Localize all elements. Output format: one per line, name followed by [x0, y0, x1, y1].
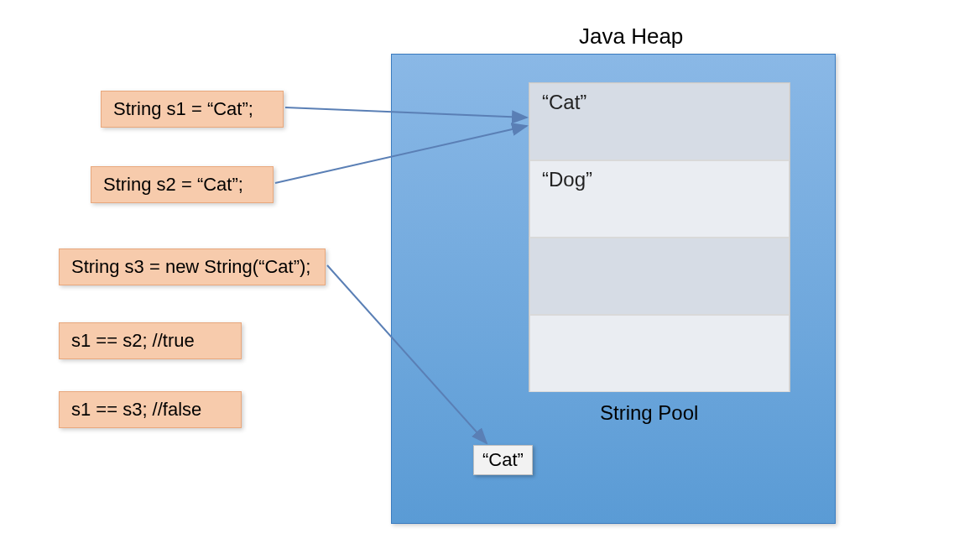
pool-row-2 [529, 238, 790, 315]
heap-title: Java Heap [579, 24, 683, 50]
pool-value: “Dog” [542, 168, 592, 191]
string-pool-container: “Cat” “Dog” [529, 82, 790, 392]
pool-row-3 [529, 315, 790, 392]
code-cmp1: s1 == s2; //true [59, 322, 242, 359]
code-cmp2: s1 == s3; //false [59, 391, 242, 428]
code-s2: String s2 = “Cat”; [91, 166, 274, 203]
code-s3: String s3 = new String(“Cat”); [59, 248, 326, 285]
heap-object-cat: “Cat” [473, 445, 533, 475]
code-s1: String s1 = “Cat”; [101, 91, 284, 128]
string-pool-label: String Pool [600, 401, 698, 425]
pool-row-1: “Dog” [529, 160, 790, 238]
pool-row-0: “Cat” [529, 83, 790, 160]
pool-value: “Cat” [542, 91, 586, 113]
